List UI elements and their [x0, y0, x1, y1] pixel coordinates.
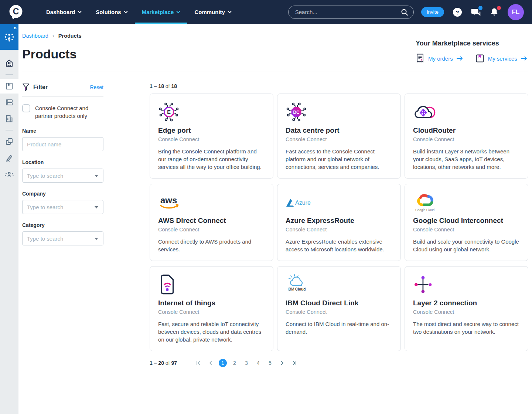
product-name: Edge port	[158, 126, 265, 135]
sidebar-item-services[interactable]	[0, 95, 18, 110]
nav-solutions[interactable]: Solutions	[89, 0, 134, 24]
page-4-button[interactable]: 4	[254, 359, 262, 367]
my-orders-link[interactable]: My orders	[416, 53, 463, 64]
category-select[interactable]: Type to search	[22, 231, 103, 245]
company-filter-label: Company	[22, 191, 103, 197]
product-description: Build and scale your connectivity to Goo…	[413, 238, 520, 253]
messages-button[interactable]	[471, 7, 481, 17]
company-icon	[5, 114, 14, 123]
product-name: Internet of things	[158, 299, 265, 307]
product-description: Build instant Layer 3 networks between y…	[413, 147, 520, 171]
invite-button[interactable]: Invite	[421, 7, 444, 17]
product-vendor: Console Connect	[158, 136, 265, 142]
product-name: AWS Direct Connect	[158, 217, 265, 225]
location-select[interactable]: Type to search	[22, 169, 103, 183]
arrow-right-icon	[521, 56, 527, 61]
sidebar-item-marketplace[interactable]	[0, 79, 18, 94]
marketplace-icon	[5, 82, 14, 91]
home-icon	[5, 59, 14, 68]
company-select[interactable]: Type to search	[22, 200, 103, 214]
caret-down-icon	[95, 238, 98, 240]
product-vendor: Console Connect	[158, 309, 265, 315]
product-description: Connect directly to AWS products and ser…	[158, 238, 265, 253]
chevron-down-icon	[228, 11, 232, 13]
product-description: Connect to IBM Cloud in real-time and on…	[286, 320, 392, 336]
product-card-ibm-cloud[interactable]: IBM Cloud IBM Cloud Direct Link Console …	[277, 266, 401, 351]
nav-community[interactable]: Community	[187, 0, 239, 24]
last-page-button[interactable]	[290, 359, 299, 367]
nav-solutions-label: Solutions	[96, 9, 121, 15]
sidebar-item-deals[interactable]	[0, 134, 18, 149]
breadcrumb: Dashboard › Products	[22, 33, 82, 39]
console-connect-logo[interactable]: C	[8, 4, 24, 20]
sidebar-meeting-tile[interactable]: »	[0, 24, 18, 50]
expand-sidebar-icon[interactable]: »	[14, 24, 16, 31]
product-vendor: Console Connect	[286, 136, 392, 142]
prev-page-button[interactable]	[206, 359, 215, 367]
sidebar-item-company[interactable]	[0, 111, 18, 126]
logo-icon: C	[8, 4, 24, 20]
first-page-button[interactable]	[194, 359, 202, 367]
svg-text:DC: DC	[293, 110, 300, 115]
product-description: Azure ExpressRoute enables extensive acc…	[286, 238, 392, 253]
product-name: Google Cloud Interconnect	[413, 217, 520, 225]
sidebar-item-home[interactable]	[0, 56, 18, 71]
help-button[interactable]: ?	[452, 7, 463, 17]
azure-icon: Azure	[286, 197, 324, 208]
svg-text:Google Cloud: Google Cloud	[415, 208, 434, 212]
ibm-cloud-icon: IBM Cloud	[286, 274, 312, 292]
product-card-data-centre-port[interactable]: DC Data centre port Console Connect Fast…	[277, 94, 401, 179]
product-card-cloudrouter[interactable]: CloudRouter Console Connect Build instan…	[405, 94, 528, 179]
sidebar-divider	[6, 74, 13, 75]
chevron-down-icon	[78, 11, 82, 13]
filter-reset-link[interactable]: Reset	[90, 84, 103, 90]
svg-text:Azure: Azure	[295, 200, 311, 206]
product-vendor: Console Connect	[286, 227, 392, 233]
product-vendor: Console Connect	[413, 227, 520, 233]
search-input[interactable]	[295, 9, 401, 15]
console-connect-only-checkbox[interactable]	[22, 104, 30, 112]
page-3-button[interactable]: 3	[242, 359, 250, 367]
caret-down-icon	[95, 175, 98, 177]
product-card-aws-direct-connect[interactable]: aws AWS Direct Connect Console Connect C…	[150, 184, 273, 261]
services-box-icon	[475, 54, 484, 63]
avatar[interactable]: FL	[508, 4, 524, 20]
my-services-label: My services	[488, 55, 517, 62]
my-services-link[interactable]: My services	[475, 54, 527, 63]
results-counter: 1 – 18 of 18	[150, 83, 528, 89]
product-name-input[interactable]	[22, 137, 103, 151]
caret-down-icon	[95, 206, 98, 208]
page-1-button[interactable]: 1	[219, 359, 227, 367]
product-card-google-cloud[interactable]: Google Cloud Google Cloud Interconnect C…	[405, 184, 528, 261]
product-name: IBM Cloud Direct Link	[286, 299, 392, 307]
next-page-button[interactable]	[278, 359, 287, 367]
page-5-button[interactable]: 5	[266, 359, 274, 367]
nav-dashboard[interactable]: Dashboard	[39, 0, 89, 24]
svg-text:aws: aws	[160, 195, 177, 205]
next-page-icon	[279, 360, 285, 366]
search-icon[interactable]	[401, 9, 408, 16]
location-filter-label: Location	[22, 159, 103, 165]
nav-dashboard-label: Dashboard	[46, 9, 75, 15]
global-search	[288, 6, 414, 19]
svg-text:?: ?	[456, 9, 459, 15]
breadcrumb-dashboard[interactable]: Dashboard	[22, 33, 48, 39]
product-card-azure-expressroute[interactable]: Azure Azure ExpressRoute Console Connect…	[277, 184, 401, 261]
product-card-edge-port[interactable]: E Edge port Console Connect Bring the Co…	[150, 94, 273, 179]
product-card-iot[interactable]: Internet of things Console Connect Fast,…	[150, 266, 273, 351]
sidebar-item-team[interactable]	[0, 167, 18, 181]
marketplace-services-panel: Your Marketplace services My orders	[416, 33, 528, 64]
google-cloud-icon: Google Cloud	[413, 191, 437, 213]
product-name: Azure ExpressRoute	[286, 217, 392, 225]
svg-text:IBM Cloud: IBM Cloud	[288, 287, 306, 291]
sidebar-item-sign[interactable]	[0, 150, 18, 165]
category-select-placeholder: Type to search	[27, 235, 63, 242]
notifications-button[interactable]	[489, 7, 499, 17]
pagination-counter: 1 – 20 of 97	[150, 360, 177, 366]
my-orders-label: My orders	[428, 55, 453, 62]
nav-marketplace[interactable]: Marketplace	[135, 0, 188, 24]
product-description: The most direct and secure way to connec…	[413, 320, 520, 336]
product-card-layer2[interactable]: Layer 2 connection Console Connect The m…	[405, 266, 528, 351]
page-2-button[interactable]: 2	[231, 359, 239, 367]
chevron-down-icon	[124, 11, 128, 13]
